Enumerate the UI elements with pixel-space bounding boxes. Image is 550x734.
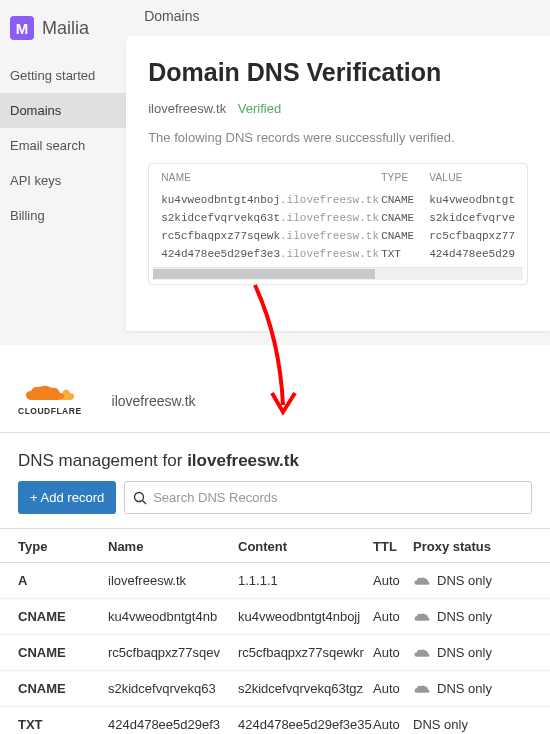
proxy-status-text: DNS only [437,645,492,660]
dns-table-header: NAME TYPE VALUE [149,164,527,191]
plus-icon: + [30,490,38,505]
sidebar-item-getting-started[interactable]: Getting started [0,58,126,93]
cloud-icon [413,647,431,659]
cf-controls: + Add record [0,481,550,528]
proxy-status-text: DNS only [437,681,492,696]
cf-record-row[interactable]: CNAMEs2kidcefvqrvekq63s2kidcefvqrvekq63t… [0,671,550,707]
sidebar-item-api-keys[interactable]: API keys [0,163,126,198]
cf-record-ttl: Auto [373,717,413,732]
record-type: CNAME [381,194,429,206]
dns-record-row: 424d478ee5d29ef3e3.ilovefreesw.tkTXT424d… [149,245,527,263]
horizontal-scrollbar[interactable] [153,267,523,280]
cf-record-type: A [18,573,108,588]
cf-record-name: rc5cfbaqpxz77sqev [108,645,238,660]
cloudflare-app: CLOUDFLARE ilovefreesw.tk DNS management… [0,345,550,734]
cloudflare-domain[interactable]: ilovefreesw.tk [112,393,196,409]
cloudflare-logo-text: CLOUDFLARE [18,406,82,416]
cf-title-prefix: DNS management for [18,451,187,470]
cf-record-name: 424d478ee5d29ef3 [108,717,238,732]
cloudflare-logo[interactable]: CLOUDFLARE [18,385,82,416]
proxy-status-text: DNS only [437,609,492,624]
col-name: NAME [161,172,381,183]
mailia-logo[interactable]: M Mailia [0,8,126,58]
cf-record-content: 1.1.1.1 [238,573,373,588]
cf-record-name: s2kidcefvqrvekq63 [108,681,238,696]
cf-record-name: ilovefreesw.tk [108,573,238,588]
mailia-app: M Mailia Getting startedDomainsEmail sea… [0,0,550,345]
record-name: ku4vweodbntgt4nboj.ilovefreesw.tk [161,194,381,206]
cf-col-proxy: Proxy status [413,539,532,554]
cf-record-proxy: DNS only [413,681,532,696]
search-wrapper[interactable] [124,481,532,514]
mailia-logo-icon: M [10,16,34,40]
cf-table-header: Type Name Content TTL Proxy status [0,528,550,563]
record-name: 424d478ee5d29ef3e3.ilovefreesw.tk [161,248,381,260]
cf-record-ttl: Auto [373,645,413,660]
record-value: rc5cfbaqpxz77 [429,230,515,242]
cloudflare-header: CLOUDFLARE ilovefreesw.tk [0,375,550,433]
domain-status-row: ilovefreesw.tk Verified [148,101,528,116]
record-name: rc5cfbaqpxz77sqewk.ilovefreesw.tk [161,230,381,242]
search-input[interactable] [147,482,523,513]
cloud-icon [413,611,431,623]
add-record-button[interactable]: + Add record [18,481,116,514]
record-type: TXT [381,248,429,260]
domain-name: ilovefreesw.tk [148,101,226,116]
cf-record-ttl: Auto [373,681,413,696]
record-type: CNAME [381,230,429,242]
card-title: Domain DNS Verification [148,58,528,87]
cf-col-ttl: TTL [373,539,413,554]
mailia-main: Domains Domain DNS Verification ilovefre… [126,0,550,345]
cf-col-type: Type [18,539,108,554]
cf-record-type: TXT [18,717,108,732]
cf-record-name: ku4vweodbntgt4nb [108,609,238,624]
cf-record-proxy: DNS only [413,645,532,660]
sidebar-item-billing[interactable]: Billing [0,198,126,233]
record-value: ku4vweodbntgt [429,194,515,206]
add-record-label: Add record [41,490,105,505]
record-name: s2kidcefvqrvekq63t.ilovefreesw.tk [161,212,381,224]
proxy-status-text: DNS only [413,717,468,732]
dns-record-row: ku4vweodbntgt4nboj.ilovefreesw.tkCNAMEku… [149,191,527,209]
cf-record-ttl: Auto [373,609,413,624]
col-value: VALUE [429,172,515,183]
verified-badge: Verified [238,101,281,116]
cloudflare-logo-icon [22,385,78,405]
svg-line-1 [143,500,147,504]
mailia-page-header: Domains [126,0,550,36]
mailia-logo-text: Mailia [42,18,89,39]
cf-record-proxy: DNS only [413,609,532,624]
mailia-sidebar: M Mailia Getting startedDomainsEmail sea… [0,0,126,345]
cf-record-proxy: DNS only [413,573,532,588]
cf-record-row[interactable]: Ailovefreesw.tk1.1.1.1AutoDNS only [0,563,550,599]
col-type: TYPE [381,172,429,183]
proxy-status-text: DNS only [437,573,492,588]
cf-record-type: CNAME [18,609,108,624]
cf-record-row[interactable]: TXT424d478ee5d29ef3424d478ee5d29ef3e35Au… [0,707,550,734]
cf-record-content: rc5cfbaqpxz77sqewkr [238,645,373,660]
cf-record-row[interactable]: CNAMErc5cfbaqpxz77sqevrc5cfbaqpxz77sqewk… [0,635,550,671]
cf-record-row[interactable]: CNAMEku4vweodbntgt4nbku4vweodbntgt4nbojj… [0,599,550,635]
cf-record-content: s2kidcefvqrvekq63tgz [238,681,373,696]
record-value: s2kidcefvqrve [429,212,515,224]
cf-title-domain: ilovefreesw.tk [187,451,299,470]
search-icon [133,491,147,505]
cf-record-content: 424d478ee5d29ef3e35 [238,717,373,732]
dns-record-row: s2kidcefvqrvekq63t.ilovefreesw.tkCNAMEs2… [149,209,527,227]
dns-records-table: NAME TYPE VALUE ku4vweodbntgt4nboj.ilove… [148,163,528,285]
cf-record-content: ku4vweodbntgt4nbojj [238,609,373,624]
cf-record-proxy: DNS only [413,717,532,732]
cf-record-ttl: Auto [373,573,413,588]
cloud-icon [413,683,431,695]
record-value: 424d478ee5d29 [429,248,515,260]
cf-page-title: DNS management for ilovefreesw.tk [0,433,550,481]
cloud-icon [413,575,431,587]
dns-verification-card: Domain DNS Verification ilovefreesw.tk V… [126,36,550,331]
cf-record-type: CNAME [18,645,108,660]
sidebar-item-domains[interactable]: Domains [0,93,126,128]
cf-record-type: CNAME [18,681,108,696]
sidebar-item-email-search[interactable]: Email search [0,128,126,163]
svg-point-0 [135,492,144,501]
scrollbar-thumb[interactable] [153,269,375,279]
success-message: The folowing DNS records were successful… [148,130,528,145]
